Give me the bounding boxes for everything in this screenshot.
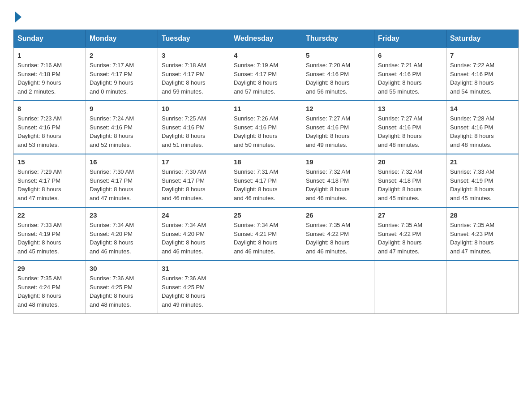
day-number: 2 xyxy=(90,51,154,59)
calendar-cell: 11 Sunrise: 7:26 AMSunset: 4:16 PMDaylig… xyxy=(230,101,302,154)
day-number: 18 xyxy=(234,158,298,166)
calendar-cell: 1 Sunrise: 7:16 AMSunset: 4:18 PMDayligh… xyxy=(14,47,86,101)
day-number: 25 xyxy=(234,211,298,219)
day-number: 17 xyxy=(162,158,226,166)
day-number: 24 xyxy=(162,211,226,219)
calendar-cell: 5 Sunrise: 7:20 AMSunset: 4:16 PMDayligh… xyxy=(302,47,374,101)
calendar-cell: 21 Sunrise: 7:33 AMSunset: 4:19 PMDaylig… xyxy=(446,154,519,207)
calendar-header-row: SundayMondayTuesdayWednesdayThursdayFrid… xyxy=(14,30,519,48)
day-info: Sunrise: 7:28 AMSunset: 4:16 PMDaylight:… xyxy=(450,115,494,148)
day-info: Sunrise: 7:23 AMSunset: 4:16 PMDaylight:… xyxy=(17,115,62,148)
day-number: 11 xyxy=(234,105,298,112)
calendar-cell xyxy=(230,261,302,314)
header-sunday: Sunday xyxy=(14,30,86,48)
day-info: Sunrise: 7:29 AMSunset: 4:17 PMDaylight:… xyxy=(17,168,62,201)
day-number: 6 xyxy=(378,51,442,59)
calendar-cell: 15 Sunrise: 7:29 AMSunset: 4:17 PMDaylig… xyxy=(14,154,86,207)
day-info: Sunrise: 7:35 AMSunset: 4:24 PMDaylight:… xyxy=(17,275,62,308)
header-wednesday: Wednesday xyxy=(230,30,302,48)
day-info: Sunrise: 7:26 AMSunset: 4:16 PMDaylight:… xyxy=(234,115,278,148)
calendar-cell: 17 Sunrise: 7:30 AMSunset: 4:17 PMDaylig… xyxy=(158,154,230,207)
calendar-cell: 28 Sunrise: 7:35 AMSunset: 4:23 PMDaylig… xyxy=(446,207,519,261)
calendar-cell: 31 Sunrise: 7:36 AMSunset: 4:25 PMDaylig… xyxy=(158,261,230,314)
day-number: 16 xyxy=(90,158,154,166)
day-info: Sunrise: 7:30 AMSunset: 4:17 PMDaylight:… xyxy=(90,168,134,201)
calendar-cell: 2 Sunrise: 7:17 AMSunset: 4:17 PMDayligh… xyxy=(86,47,158,101)
day-info: Sunrise: 7:34 AMSunset: 4:21 PMDaylight:… xyxy=(234,222,278,255)
day-info: Sunrise: 7:16 AMSunset: 4:18 PMDaylight:… xyxy=(17,62,62,95)
calendar-cell: 26 Sunrise: 7:35 AMSunset: 4:22 PMDaylig… xyxy=(302,207,374,261)
day-number: 19 xyxy=(306,158,370,166)
day-info: Sunrise: 7:33 AMSunset: 4:19 PMDaylight:… xyxy=(17,222,62,255)
day-number: 20 xyxy=(378,158,442,166)
calendar-table: SundayMondayTuesdayWednesdayThursdayFrid… xyxy=(13,30,519,314)
calendar-cell: 19 Sunrise: 7:32 AMSunset: 4:18 PMDaylig… xyxy=(302,154,374,207)
header-tuesday: Tuesday xyxy=(158,30,230,48)
day-number: 13 xyxy=(378,105,442,112)
calendar-cell: 9 Sunrise: 7:24 AMSunset: 4:16 PMDayligh… xyxy=(86,101,158,154)
week-row-1: 1 Sunrise: 7:16 AMSunset: 4:18 PMDayligh… xyxy=(14,47,519,101)
calendar-cell: 12 Sunrise: 7:27 AMSunset: 4:16 PMDaylig… xyxy=(302,101,374,154)
calendar-cell: 24 Sunrise: 7:34 AMSunset: 4:20 PMDaylig… xyxy=(158,207,230,261)
day-info: Sunrise: 7:27 AMSunset: 4:16 PMDaylight:… xyxy=(306,115,350,148)
calendar-cell: 18 Sunrise: 7:31 AMSunset: 4:17 PMDaylig… xyxy=(230,154,302,207)
logo xyxy=(13,13,21,21)
day-info: Sunrise: 7:17 AMSunset: 4:17 PMDaylight:… xyxy=(90,62,134,95)
day-number: 14 xyxy=(450,105,515,112)
day-info: Sunrise: 7:34 AMSunset: 4:20 PMDaylight:… xyxy=(162,222,206,255)
day-info: Sunrise: 7:24 AMSunset: 4:16 PMDaylight:… xyxy=(90,115,134,148)
day-number: 28 xyxy=(450,211,515,219)
day-number: 21 xyxy=(450,158,515,166)
day-info: Sunrise: 7:22 AMSunset: 4:16 PMDaylight:… xyxy=(450,62,494,95)
day-number: 15 xyxy=(17,158,82,166)
day-number: 29 xyxy=(17,265,82,272)
header-thursday: Thursday xyxy=(302,30,374,48)
day-number: 27 xyxy=(378,211,442,219)
day-info: Sunrise: 7:32 AMSunset: 4:18 PMDaylight:… xyxy=(306,168,350,201)
calendar-cell: 29 Sunrise: 7:35 AMSunset: 4:24 PMDaylig… xyxy=(14,261,86,314)
day-info: Sunrise: 7:27 AMSunset: 4:16 PMDaylight:… xyxy=(378,115,422,148)
calendar-cell: 23 Sunrise: 7:34 AMSunset: 4:20 PMDaylig… xyxy=(86,207,158,261)
week-row-2: 8 Sunrise: 7:23 AMSunset: 4:16 PMDayligh… xyxy=(14,101,519,154)
calendar-cell: 6 Sunrise: 7:21 AMSunset: 4:16 PMDayligh… xyxy=(374,47,446,101)
calendar-cell: 4 Sunrise: 7:19 AMSunset: 4:17 PMDayligh… xyxy=(230,47,302,101)
day-info: Sunrise: 7:20 AMSunset: 4:16 PMDaylight:… xyxy=(306,62,350,95)
day-info: Sunrise: 7:36 AMSunset: 4:25 PMDaylight:… xyxy=(90,275,134,308)
logo-triangle-icon xyxy=(15,12,21,22)
calendar-cell: 14 Sunrise: 7:28 AMSunset: 4:16 PMDaylig… xyxy=(446,101,519,154)
day-number: 5 xyxy=(306,51,370,59)
day-info: Sunrise: 7:30 AMSunset: 4:17 PMDaylight:… xyxy=(162,168,206,201)
day-number: 4 xyxy=(234,51,298,59)
calendar-cell: 7 Sunrise: 7:22 AMSunset: 4:16 PMDayligh… xyxy=(446,47,519,101)
day-number: 3 xyxy=(162,51,226,59)
calendar-cell: 20 Sunrise: 7:32 AMSunset: 4:18 PMDaylig… xyxy=(374,154,446,207)
week-row-4: 22 Sunrise: 7:33 AMSunset: 4:19 PMDaylig… xyxy=(14,207,519,261)
header-monday: Monday xyxy=(86,30,158,48)
day-info: Sunrise: 7:18 AMSunset: 4:17 PMDaylight:… xyxy=(162,62,206,95)
day-info: Sunrise: 7:35 AMSunset: 4:22 PMDaylight:… xyxy=(378,222,422,255)
day-info: Sunrise: 7:21 AMSunset: 4:16 PMDaylight:… xyxy=(378,62,422,95)
day-number: 31 xyxy=(162,265,226,272)
calendar-cell: 10 Sunrise: 7:25 AMSunset: 4:16 PMDaylig… xyxy=(158,101,230,154)
day-info: Sunrise: 7:34 AMSunset: 4:20 PMDaylight:… xyxy=(90,222,134,255)
calendar-cell: 22 Sunrise: 7:33 AMSunset: 4:19 PMDaylig… xyxy=(14,207,86,261)
week-row-3: 15 Sunrise: 7:29 AMSunset: 4:17 PMDaylig… xyxy=(14,154,519,207)
day-number: 30 xyxy=(90,265,154,272)
day-info: Sunrise: 7:31 AMSunset: 4:17 PMDaylight:… xyxy=(234,168,278,201)
day-info: Sunrise: 7:19 AMSunset: 4:17 PMDaylight:… xyxy=(234,62,278,95)
day-number: 7 xyxy=(450,51,515,59)
calendar-cell: 30 Sunrise: 7:36 AMSunset: 4:25 PMDaylig… xyxy=(86,261,158,314)
calendar-cell: 27 Sunrise: 7:35 AMSunset: 4:22 PMDaylig… xyxy=(374,207,446,261)
calendar-cell: 3 Sunrise: 7:18 AMSunset: 4:17 PMDayligh… xyxy=(158,47,230,101)
day-number: 23 xyxy=(90,211,154,219)
day-number: 26 xyxy=(306,211,370,219)
day-info: Sunrise: 7:32 AMSunset: 4:18 PMDaylight:… xyxy=(378,168,422,201)
day-number: 9 xyxy=(90,105,154,112)
day-info: Sunrise: 7:36 AMSunset: 4:25 PMDaylight:… xyxy=(162,275,206,308)
day-info: Sunrise: 7:35 AMSunset: 4:22 PMDaylight:… xyxy=(306,222,350,255)
calendar-cell: 8 Sunrise: 7:23 AMSunset: 4:16 PMDayligh… xyxy=(14,101,86,154)
day-info: Sunrise: 7:33 AMSunset: 4:19 PMDaylight:… xyxy=(450,168,494,201)
day-number: 8 xyxy=(17,105,82,112)
calendar-cell: 13 Sunrise: 7:27 AMSunset: 4:16 PMDaylig… xyxy=(374,101,446,154)
day-number: 10 xyxy=(162,105,226,112)
